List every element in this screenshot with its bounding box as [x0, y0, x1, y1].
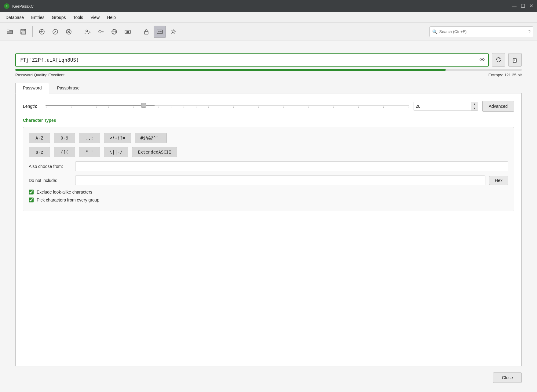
- svg-text:***: ***: [158, 31, 161, 33]
- tick: [408, 107, 408, 108]
- clipboard-icon: [512, 57, 518, 63]
- tick: [321, 107, 321, 108]
- add-entry-button[interactable]: [36, 26, 48, 38]
- globe-icon: [111, 28, 118, 35]
- delete-icon: [65, 28, 72, 35]
- toolbar-sep-3: [137, 26, 137, 37]
- tabs-container: Password Passphrase: [15, 83, 522, 93]
- svg-rect-28: [160, 31, 162, 32]
- tick: [233, 107, 234, 108]
- key-icon: [97, 28, 104, 35]
- char-btn-brackets[interactable]: {[(: [54, 147, 75, 157]
- tick: [59, 107, 59, 108]
- tick: [108, 107, 109, 108]
- tick: [308, 107, 309, 108]
- svg-point-13: [99, 31, 101, 33]
- svg-rect-22: [127, 31, 128, 32]
- lock-button[interactable]: [140, 26, 152, 38]
- toolbar-sep-1: [32, 26, 33, 37]
- do-not-include-label: Do not include:: [29, 178, 71, 183]
- svg-rect-21: [126, 31, 126, 32]
- copy-password-button[interactable]: [95, 26, 107, 38]
- length-decrement-button[interactable]: ▼: [471, 106, 478, 111]
- maximize-button[interactable]: ☐: [521, 4, 525, 9]
- open-url-button[interactable]: [108, 26, 120, 38]
- password-generator-button[interactable]: ***: [154, 26, 166, 38]
- move-user-button[interactable]: [81, 26, 93, 38]
- lock-icon: [143, 28, 150, 35]
- copy-to-clipboard-button[interactable]: [508, 53, 522, 67]
- minimize-button[interactable]: —: [512, 4, 517, 9]
- title-bar: K KeePassXC — ☐ ✕: [0, 0, 537, 12]
- length-input[interactable]: 20: [414, 102, 471, 111]
- password-input-wrapper: 👁: [15, 53, 489, 67]
- menu-help[interactable]: Help: [104, 14, 119, 21]
- do-not-include-input[interactable]: [75, 176, 485, 185]
- window-controls: — ☐ ✕: [512, 4, 533, 9]
- char-row-2: a-z {[( " ' \||-/ ExtendedASCII: [29, 147, 508, 157]
- char-btn-symbols1[interactable]: <*+!?=: [104, 133, 131, 143]
- password-field[interactable]: [16, 54, 477, 66]
- edit-icon: [52, 28, 59, 35]
- exclude-lookalike-label[interactable]: Exclude look-alike characters: [37, 190, 92, 194]
- length-slider[interactable]: [46, 105, 409, 106]
- svg-rect-23: [128, 31, 129, 32]
- close-window-button[interactable]: ✕: [529, 4, 533, 9]
- open-database-button[interactable]: [4, 26, 16, 38]
- menu-database[interactable]: Database: [2, 14, 27, 21]
- svg-rect-25: [144, 31, 148, 34]
- char-btn-uppercase[interactable]: A-Z: [29, 133, 50, 143]
- menu-tools[interactable]: Tools: [70, 14, 86, 21]
- tick: [283, 107, 284, 108]
- settings-button[interactable]: [167, 26, 179, 38]
- char-types-label: Character Types: [23, 118, 514, 123]
- search-input[interactable]: [439, 29, 526, 34]
- quality-bar-wrapper: [15, 69, 522, 71]
- search-help-button[interactable]: ?: [528, 29, 531, 34]
- tick: [208, 107, 209, 108]
- length-increment-button[interactable]: ▲: [471, 102, 478, 106]
- delete-entry-button[interactable]: [63, 26, 75, 38]
- regenerate-password-button[interactable]: [492, 53, 505, 67]
- gear-icon: [170, 28, 177, 35]
- tab-passphrase[interactable]: Passphrase: [49, 83, 87, 93]
- svg-rect-20: [125, 30, 130, 34]
- tick: [146, 107, 146, 108]
- exclude-lookalike-checkbox[interactable]: [29, 190, 34, 194]
- char-btn-slashes[interactable]: \||-/: [104, 147, 128, 157]
- char-btn-symbols2[interactable]: #$%&@^`~: [135, 133, 167, 143]
- length-spinner: 20 ▲ ▼: [414, 102, 478, 111]
- search-icon: 🔍: [432, 29, 437, 34]
- save-icon: [20, 28, 27, 35]
- pick-every-group-checkbox[interactable]: [29, 198, 34, 202]
- save-database-button[interactable]: [17, 26, 29, 38]
- close-dialog-button[interactable]: Close: [493, 372, 522, 383]
- tick: [346, 107, 346, 108]
- also-choose-row: Also choose from:: [29, 162, 508, 171]
- menu-entries[interactable]: Entries: [28, 14, 48, 21]
- advanced-button[interactable]: Advanced: [482, 101, 514, 112]
- entropy-label: Entropy: 121.25 bit: [488, 73, 522, 77]
- char-btn-quotes[interactable]: " ': [79, 147, 100, 157]
- tick: [96, 107, 97, 108]
- auto-type-button[interactable]: [122, 26, 134, 38]
- char-btn-punctuation[interactable]: .,;: [79, 133, 100, 143]
- char-btn-lowercase[interactable]: a-z: [29, 147, 50, 157]
- hex-button[interactable]: Hex: [489, 176, 508, 185]
- tick: [196, 107, 196, 108]
- tab-password[interactable]: Password: [15, 83, 49, 93]
- char-btn-extended-ascii[interactable]: ExtendedASCII: [132, 147, 177, 157]
- also-choose-input[interactable]: [75, 162, 508, 171]
- toggle-visibility-button[interactable]: 👁: [477, 55, 488, 65]
- also-choose-label: Also choose from:: [29, 164, 71, 169]
- tick: [84, 107, 84, 108]
- tick: [333, 107, 334, 108]
- menu-groups[interactable]: Groups: [49, 14, 69, 21]
- edit-entry-button[interactable]: [49, 26, 61, 38]
- char-btn-digits[interactable]: 0-9: [54, 133, 75, 143]
- svg-rect-24: [126, 32, 129, 33]
- pick-every-group-label[interactable]: Pick characters from every group: [37, 198, 99, 202]
- menu-view[interactable]: View: [87, 14, 103, 21]
- svg-rect-4: [21, 32, 25, 34]
- app-title: KeePassXC: [12, 4, 34, 9]
